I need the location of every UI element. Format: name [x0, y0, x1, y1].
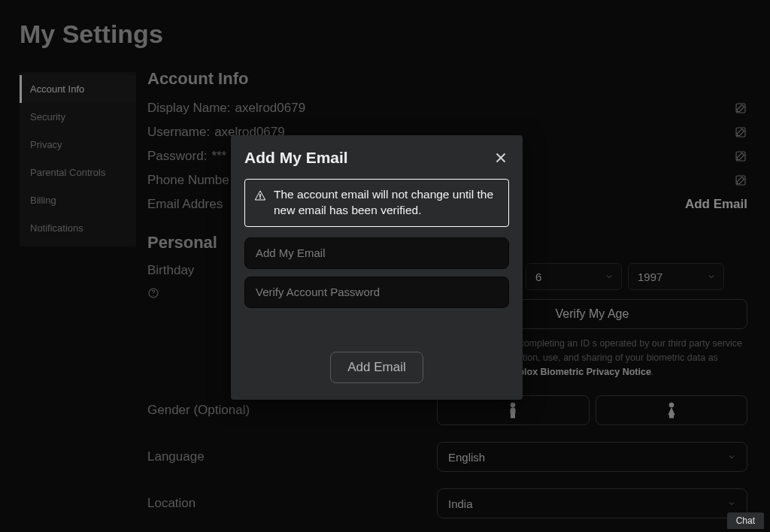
- close-icon[interactable]: [493, 150, 509, 166]
- add-email-modal: Add My Email The account email will not …: [231, 135, 523, 400]
- modal-warning: The account email will not change until …: [244, 179, 509, 227]
- chat-widget[interactable]: Chat: [727, 512, 764, 529]
- modal-title: Add My Email: [244, 149, 348, 167]
- svg-rect-14: [259, 195, 260, 197]
- warning-icon: [254, 189, 266, 201]
- add-email-submit-button[interactable]: Add Email: [330, 352, 423, 383]
- verify-password-input[interactable]: [244, 277, 509, 308]
- svg-point-15: [259, 198, 260, 198]
- modal-warning-text: The account email will not change until …: [274, 187, 499, 219]
- email-input[interactable]: [244, 237, 509, 269]
